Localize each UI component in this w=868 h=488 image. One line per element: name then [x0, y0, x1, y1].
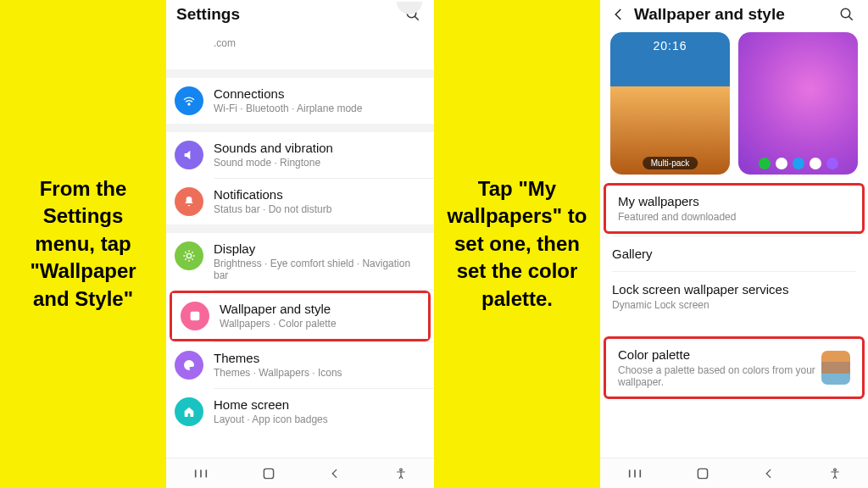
- wallpaper-preview-homescreen[interactable]: [738, 32, 858, 175]
- caption-left-text: From the Settings menu, tap "Wallpaper a…: [12, 175, 154, 313]
- phone-wallpaper: Wallpaper and style 20:16 Multi-pack My …: [600, 0, 868, 488]
- phone-settings: Settings .com Connections Wi-Fi · Blueto…: [166, 0, 434, 488]
- item-lockscreen-services[interactable]: Lock screen wallpaper services Dynamic L…: [600, 274, 868, 319]
- highlight-box-mywallpapers: My wallpapers Featured and downloaded: [604, 183, 865, 234]
- svg-point-16: [833, 469, 836, 471]
- settings-header: Settings: [166, 0, 434, 32]
- wifi-icon: [175, 86, 203, 115]
- thin-divider: [612, 271, 856, 272]
- setting-item-connections[interactable]: Connections Wi-Fi · Bluetooth · Airplane…: [166, 78, 434, 124]
- setting-sub: Brightness · Eye comfort shield · Naviga…: [214, 258, 422, 281]
- spacer-icon: [175, 36, 203, 64]
- setting-sub: Status bar · Do not disturb: [214, 203, 422, 215]
- accessibility-button[interactable]: [828, 467, 842, 480]
- setting-title: Notifications: [214, 187, 422, 202]
- item-title: My wallpapers: [618, 194, 850, 208]
- setting-title: Wallpaper and style: [220, 302, 416, 316]
- settings-title: Settings: [176, 5, 240, 24]
- section-divider: [166, 124, 434, 132]
- recent-apps-button[interactable]: [193, 468, 209, 480]
- wallpaper-title: Wallpaper and style: [634, 5, 785, 24]
- setting-item-notifications[interactable]: Notifications Status bar · Do not distur…: [166, 179, 434, 225]
- sound-icon: [175, 141, 203, 169]
- item-title: Gallery: [612, 247, 856, 261]
- preview-app-row: [738, 158, 858, 169]
- display-icon: [175, 241, 203, 270]
- wallpaper-icon: [181, 302, 209, 330]
- app-icon: [776, 158, 787, 169]
- palette-icon: [175, 351, 203, 380]
- svg-point-3: [186, 253, 191, 258]
- item-sub: Dynamic Lock screen: [612, 299, 856, 311]
- search-icon[interactable]: [839, 7, 854, 22]
- app-icon: [826, 158, 838, 169]
- setting-title: Display: [214, 241, 422, 256]
- item-title: Color palette: [618, 347, 821, 362]
- item-my-wallpapers[interactable]: My wallpapers Featured and downloaded: [606, 186, 862, 231]
- home-icon: [175, 397, 203, 426]
- caption-right-text: Tap "My wallpapers" to set one, then set…: [446, 175, 588, 313]
- home-button[interactable]: [262, 467, 275, 480]
- wallpaper-preview-lockscreen[interactable]: 20:16 Multi-pack: [610, 32, 730, 175]
- item-gallery[interactable]: Gallery: [600, 238, 868, 269]
- multipack-badge: Multi-pack: [643, 157, 698, 169]
- back-button[interactable]: [763, 468, 775, 480]
- setting-sub: Themes · Wallpapers · Icons: [214, 367, 422, 379]
- bell-icon: [175, 187, 203, 216]
- setting-sub: Sound mode · Ringtone: [214, 157, 422, 169]
- svg-rect-8: [264, 469, 273, 478]
- app-icon: [793, 158, 804, 169]
- setting-item-sounds[interactable]: Sounds and vibration Sound mode · Ringto…: [166, 132, 434, 178]
- section-divider: [166, 69, 434, 78]
- setting-title: Themes: [214, 351, 422, 365]
- recent-apps-button[interactable]: [627, 468, 643, 480]
- section-divider: [166, 225, 434, 233]
- settings-list: .com Connections Wi-Fi · Bluetooth · Air…: [166, 32, 434, 435]
- caption-left: From the Settings menu, tap "Wallpaper a…: [0, 0, 166, 488]
- caption-right: Tap "My wallpapers" to set one, then set…: [434, 0, 600, 488]
- highlight-box-colorpalette: Color palette Choose a palette based on …: [604, 336, 865, 399]
- wallpaper-header: Wallpaper and style: [600, 0, 868, 32]
- app-icon: [759, 158, 771, 169]
- svg-point-9: [399, 469, 402, 471]
- item-sub: Choose a palette based on colors from yo…: [618, 364, 821, 388]
- setting-item-wallpaper[interactable]: Wallpaper and style Wallpapers · Color p…: [172, 293, 428, 339]
- setting-sub: Wi-Fi · Bluetooth · Airplane mode: [214, 103, 422, 114]
- setting-item-themes[interactable]: Themes Themes · Wallpapers · Icons: [166, 342, 434, 388]
- setting-sub: Layout · App icon badges: [214, 413, 422, 425]
- accessibility-button[interactable]: [394, 467, 408, 480]
- svg-point-2: [188, 103, 190, 105]
- svg-point-10: [841, 8, 850, 18]
- back-button[interactable]: [329, 468, 341, 480]
- app-icon: [810, 158, 821, 169]
- preview-clock: 20:16: [610, 39, 730, 53]
- navigation-bar: [600, 458, 868, 488]
- setting-item-account-truncated[interactable]: .com: [166, 32, 434, 69]
- svg-rect-15: [698, 469, 707, 478]
- setting-item-homescreen[interactable]: Home screen Layout · App icon badges: [166, 389, 434, 435]
- setting-title: Sounds and vibration: [214, 141, 422, 155]
- palette-swatch-icon: [821, 351, 850, 385]
- svg-line-11: [849, 16, 853, 20]
- svg-rect-4: [191, 312, 200, 321]
- wallpaper-previews: 20:16 Multi-pack: [600, 32, 868, 183]
- highlight-box-settings: Wallpaper and style Wallpapers · Color p…: [170, 291, 431, 341]
- item-title: Lock screen wallpaper services: [612, 282, 856, 297]
- back-icon[interactable]: [610, 6, 627, 23]
- truncated-text: .com: [214, 37, 422, 49]
- setting-item-display[interactable]: Display Brightness · Eye comfort shield …: [166, 233, 434, 290]
- setting-title: Connections: [214, 86, 422, 101]
- item-color-palette[interactable]: Color palette Choose a palette based on …: [606, 339, 862, 396]
- svg-line-1: [415, 16, 419, 20]
- thin-divider: [612, 236, 856, 236]
- navigation-bar: [166, 458, 434, 488]
- home-button[interactable]: [696, 467, 709, 480]
- spacer: [600, 319, 868, 336]
- setting-title: Home screen: [214, 397, 422, 412]
- item-sub: Featured and downloaded: [618, 211, 850, 223]
- setting-sub: Wallpapers · Color palette: [220, 318, 416, 330]
